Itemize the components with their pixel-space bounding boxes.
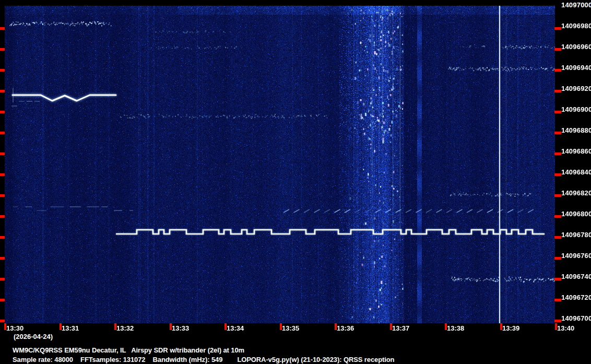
frequency-tick-right	[554, 215, 561, 218]
frequency-tick-right	[554, 299, 561, 301]
time-tick-label: 13:39	[502, 324, 519, 332]
frequency-tick-left	[0, 90, 5, 92]
time-tick-label: 13:35	[282, 324, 299, 332]
frequency-tick-left	[0, 278, 5, 280]
frequency-tick-label: 14096860	[561, 147, 591, 155]
frequency-tick-left	[0, 194, 5, 197]
frequency-tick-left	[0, 27, 5, 30]
frequency-tick-right	[554, 278, 561, 280]
frequency-tick-label: 14096760	[561, 252, 591, 260]
frequency-tick-right	[554, 194, 561, 197]
time-tick-label: 13:37	[392, 324, 409, 332]
frequency-tick-label: 14096960	[561, 43, 591, 51]
frequency-tick-right	[554, 173, 561, 176]
frequency-tick-label: 14096800	[561, 210, 591, 218]
frequency-tick-label: 14096980	[561, 22, 591, 30]
frequency-tick-left	[0, 236, 5, 239]
frequency-tick-left	[0, 152, 5, 155]
time-tick-label: 13:40	[557, 324, 574, 332]
frequency-tick-label: 14096820	[561, 189, 591, 197]
frequency-tick-label: 14097000	[561, 1, 591, 9]
frequency-tick-label: 14096740	[561, 273, 591, 280]
date-label: (2026-04-24)	[14, 333, 53, 340]
frequency-tick-right	[554, 320, 561, 322]
frequency-tick-left	[0, 173, 5, 176]
time-tick-label: 13:30	[6, 324, 23, 332]
frequency-tick-right	[554, 48, 561, 51]
time-tick-label: 13:32	[116, 324, 134, 332]
frequency-tick-left	[0, 132, 5, 134]
time-tick-label: 13:38	[447, 324, 464, 332]
frequency-tick-right	[554, 27, 561, 30]
frequency-tick-right	[554, 90, 561, 92]
frequency-tick-label: 14096900	[561, 105, 591, 113]
frequency-tick-left	[0, 257, 5, 260]
frequency-tick-label: 14096920	[561, 85, 591, 92]
frequency-tick-label: 14096780	[561, 231, 591, 239]
frequency-tick-label: 14096700	[561, 314, 591, 322]
frequency-tick-right	[554, 69, 561, 72]
frequency-tick-left	[0, 299, 5, 301]
frequency-tick-right	[554, 152, 561, 155]
frequency-tick-right	[554, 111, 561, 113]
time-tick-label: 13:36	[337, 324, 354, 332]
time-tick-label: 13:31	[62, 324, 79, 332]
spectrogram-canvas	[5, 6, 555, 323]
frequency-tick-left	[0, 48, 5, 51]
qrss-grabber-window: 1409700014096980140969601409694014096920…	[0, 0, 591, 364]
frequency-tick-left	[0, 320, 5, 322]
frequency-tick-left	[0, 69, 5, 72]
frequency-tick-label: 14096720	[561, 293, 591, 301]
time-tick-label: 13:33	[172, 324, 189, 332]
frequency-tick-label: 14096880	[561, 126, 591, 134]
frequency-tick-right	[554, 257, 561, 260]
frequency-tick-right	[554, 132, 561, 134]
frequency-tick-label: 14096940	[561, 64, 591, 72]
frequency-tick-left	[0, 111, 5, 113]
station-info-line: WM9C/KQ9RSS EM59nu Decatur, IL Airspy SD…	[13, 346, 244, 354]
frequency-tick-right	[554, 236, 561, 239]
frequency-tick-left	[0, 215, 5, 218]
frequency-tick-label: 14096840	[561, 168, 591, 176]
time-tick-label: 13:34	[227, 324, 244, 332]
receiver-info-line: Sample rate: 48000 FFTsamples: 131072 Ba…	[13, 356, 394, 363]
